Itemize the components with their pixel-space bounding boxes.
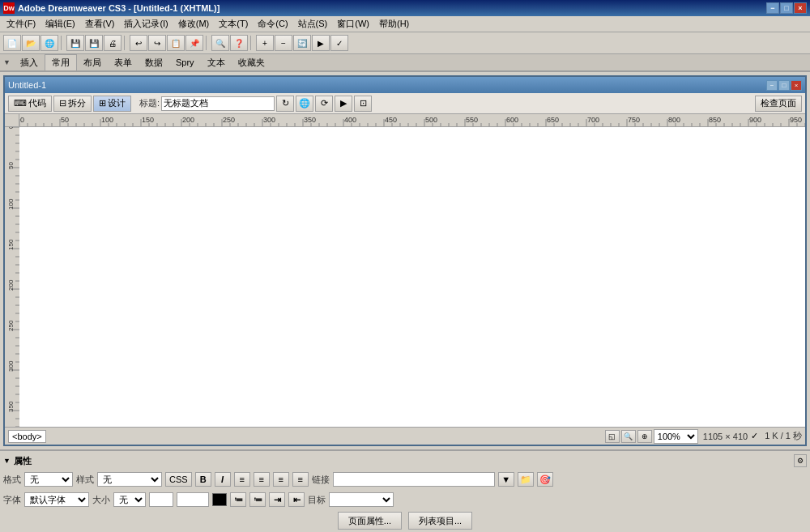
outdent-button[interactable]: ⇤ (288, 492, 305, 507)
menu-help[interactable]: 帮助(H) (374, 16, 414, 32)
css-button[interactable]: CSS (165, 472, 192, 487)
bold-button[interactable]: B (195, 472, 211, 487)
insert-arrow[interactable]: ▼ (3, 58, 11, 66)
link-input[interactable] (333, 472, 495, 487)
link-arrow-button[interactable]: ▼ (498, 472, 514, 487)
zoom-select[interactable]: 100% 75% 50% 150% 200% (654, 429, 698, 444)
doc-controls: − □ × (766, 80, 802, 91)
ul-button[interactable]: ≔ (249, 492, 266, 507)
style-select[interactable]: 无 (97, 472, 162, 487)
check-page-button[interactable]: 检查页面 (755, 96, 802, 112)
doc-tb-btn4[interactable]: ▶ (335, 96, 352, 112)
tb-refresh[interactable]: 🔄 (293, 35, 311, 51)
menu-command[interactable]: 命令(C) (253, 16, 292, 32)
color-input[interactable] (177, 492, 209, 507)
title-bar: Dw Adobe Dreamweaver CS3 - [Untitled-1 (… (0, 0, 810, 16)
toolbar-row1: 📄 📂 🌐 💾 💾 🖨 ↩ ↪ 📋 📌 🔍 ❓ + − 🔄 ▶ ✓ (0, 32, 810, 53)
insert-tab-favorites[interactable]: 收藏夹 (232, 55, 271, 70)
color-swatch[interactable] (212, 493, 227, 506)
menu-file[interactable]: 文件(F) (2, 16, 40, 32)
doc-tb-btn1[interactable]: ↻ (276, 96, 294, 112)
link-browse-button[interactable]: 📁 (518, 472, 534, 487)
menu-window[interactable]: 窗口(W) (332, 16, 374, 32)
tb-preview[interactable]: ▶ (312, 35, 330, 51)
tb-zoom-out[interactable]: − (275, 35, 292, 51)
properties-settings[interactable]: ⚙ (794, 454, 807, 467)
properties-arrow[interactable]: ▼ (3, 457, 11, 465)
document-titlebar: Untitled-1 − □ × (5, 77, 805, 93)
check-page-label: 检查页面 (761, 97, 796, 109)
doc-tb-btn2[interactable]: 🌐 (296, 96, 313, 112)
tb-new-file[interactable]: 📄 (3, 35, 21, 51)
style-label: 样式 (76, 474, 94, 486)
tb-save-all[interactable]: 💾 (85, 35, 103, 51)
align-center-button[interactable]: ≡ (254, 472, 270, 487)
title-input[interactable] (161, 96, 275, 111)
tb-print[interactable]: 🖨 (104, 35, 122, 51)
doc-close[interactable]: × (791, 80, 802, 91)
tb-sep3 (206, 36, 209, 50)
menu-insert-record[interactable]: 插入记录(I) (119, 16, 173, 32)
tb-open[interactable]: 📂 (22, 35, 40, 51)
status-icon2[interactable]: 🔍 (621, 430, 636, 443)
file-size-display: 1 K / 1 秒 (765, 430, 802, 442)
format-select[interactable]: 无 (24, 472, 73, 487)
tb-redo[interactable]: ↪ (148, 35, 166, 51)
status-icon1[interactable]: ◱ (605, 430, 620, 443)
font-select[interactable]: 默认字体 (24, 492, 89, 507)
tb-paste[interactable]: 📌 (185, 35, 203, 51)
insert-tab-form[interactable]: 表单 (108, 55, 139, 70)
menu-modify[interactable]: 修改(M) (173, 16, 215, 32)
align-left-button[interactable]: ≡ (234, 472, 250, 487)
restore-button[interactable]: □ (780, 2, 793, 14)
tb-copy[interactable]: 📋 (167, 35, 185, 51)
insert-tab-spry[interactable]: Spry (169, 56, 201, 69)
menu-bar: 文件(F) 编辑(E) 查看(V) 插入记录(I) 修改(M) 文本(T) 命令… (0, 16, 810, 32)
link-label: 链接 (312, 474, 330, 486)
properties-panel: ▼ 属性 ⚙ 格式 无 样式 无 CSS B I ≡ ≡ ≡ ≡ 链接 ▼ 📁 … (0, 449, 810, 532)
code-view-button[interactable]: ⌨ 代码 (8, 96, 52, 112)
insert-tab-data[interactable]: 数据 (139, 55, 169, 70)
target-select[interactable] (329, 492, 394, 507)
minimize-button[interactable]: − (766, 2, 779, 14)
tb-zoom-in[interactable]: + (256, 35, 274, 51)
menu-view[interactable]: 查看(V) (80, 16, 120, 32)
code-icon: ⌨ (14, 98, 27, 109)
size-select[interactable]: 无 (113, 492, 146, 507)
doc-minimize[interactable]: − (766, 80, 778, 91)
doc-tb-btn5[interactable]: ⊡ (354, 96, 372, 112)
insert-tab-insert[interactable]: 插入 (14, 55, 45, 70)
tb-find[interactable]: 🔍 (211, 35, 229, 51)
insert-tab-text[interactable]: 文本 (201, 55, 232, 70)
canvas-area[interactable] (19, 127, 805, 427)
prop-row1: 格式 无 样式 无 CSS B I ≡ ≡ ≡ ≡ 链接 ▼ 📁 🎯 (3, 470, 807, 488)
check-icon: ✓ (751, 431, 758, 441)
status-icon3[interactable]: ⊕ (637, 430, 652, 443)
insert-tab-layout[interactable]: 布局 (77, 55, 108, 70)
menu-site[interactable]: 站点(S) (293, 16, 333, 32)
list-items-button[interactable]: 列表项目... (408, 512, 472, 530)
doc-tb-btn3[interactable]: ⟳ (315, 96, 333, 112)
tb-undo[interactable]: ↩ (130, 35, 147, 51)
menu-edit[interactable]: 编辑(E) (40, 16, 80, 32)
tb-browse[interactable]: 🌐 (40, 35, 58, 51)
align-justify-button[interactable]: ≡ (292, 472, 309, 487)
main-editing-area (5, 127, 805, 427)
close-button[interactable]: × (794, 2, 807, 14)
page-properties-button[interactable]: 页面属性... (338, 512, 402, 530)
italic-button[interactable]: I (215, 472, 231, 487)
tb-help[interactable]: ❓ (230, 35, 248, 51)
tb-check[interactable]: ✓ (330, 35, 348, 51)
ol-button[interactable]: ≔ (230, 492, 246, 507)
design-view-button[interactable]: ⊞ 设计 (93, 96, 131, 112)
insert-tab-common[interactable]: 常用 (45, 54, 77, 70)
status-bar: <body> ◱ 🔍 ⊕ 100% 75% 50% 150% 200% 1105… (5, 427, 805, 445)
tb-save[interactable]: 💾 (66, 35, 84, 51)
indent-button[interactable]: ⇥ (269, 492, 285, 507)
size-value-input[interactable] (149, 492, 173, 507)
doc-restore[interactable]: □ (778, 80, 790, 91)
menu-text[interactable]: 文本(T) (214, 16, 253, 32)
align-right-button[interactable]: ≡ (273, 472, 289, 487)
link-target-button[interactable]: 🎯 (537, 472, 553, 487)
split-view-button[interactable]: ⊟ 拆分 (53, 96, 92, 112)
